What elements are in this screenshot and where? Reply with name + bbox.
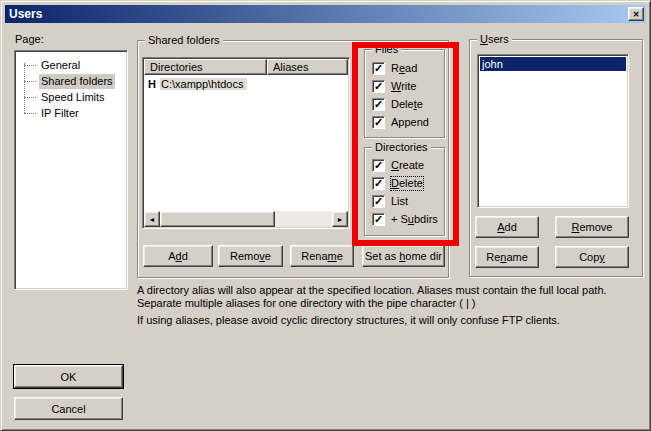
ok-button[interactable]: OK xyxy=(14,365,123,388)
checkbox-delete-files[interactable]: ✓ Delete xyxy=(372,98,423,111)
checkbox-checked-icon[interactable]: ✓ xyxy=(372,177,385,190)
sidebar-item-shared-folders[interactable]: Shared folders xyxy=(17,73,125,89)
checkbox-checked-icon[interactable]: ✓ xyxy=(372,98,385,111)
checkbox-label: Append xyxy=(391,116,429,129)
tree-stub-icon xyxy=(24,81,36,82)
copy-user-button[interactable]: Copy xyxy=(555,246,629,268)
page-label: Page: xyxy=(15,33,44,46)
users-listbox[interactable]: john xyxy=(477,54,629,208)
shared-folders-group-label: Shared folders xyxy=(145,34,223,46)
button-label: Add xyxy=(497,221,517,233)
add-folder-button[interactable]: Add xyxy=(143,245,213,267)
close-icon: ✕ xyxy=(633,10,640,19)
checkbox-delete-directories[interactable]: ✓ Delete xyxy=(372,177,423,190)
column-header-label: Aliases xyxy=(273,61,308,73)
checkbox-label: Delete xyxy=(391,98,423,111)
checkbox-label-focused: Delete xyxy=(391,177,423,190)
checkbox-subdirs[interactable]: ✓ + Subdirs xyxy=(372,213,438,226)
checkbox-read[interactable]: ✓ Read xyxy=(372,62,417,75)
checkbox-checked-icon[interactable]: ✓ xyxy=(372,80,385,93)
column-header-aliases[interactable]: Aliases xyxy=(267,59,348,75)
arrow-right-icon: ► xyxy=(337,216,344,223)
button-label: Remove xyxy=(230,250,271,262)
page-tree: General Shared folders Speed Limits IP F… xyxy=(17,53,125,287)
cancel-button[interactable]: Cancel xyxy=(14,397,123,420)
remove-user-button[interactable]: Remove xyxy=(555,216,629,238)
checkbox-list[interactable]: ✓ List xyxy=(372,195,408,208)
checkbox-write[interactable]: ✓ Write xyxy=(372,80,416,93)
column-header-directories[interactable]: Directories xyxy=(144,59,267,75)
titlebar[interactable]: Users ✕ xyxy=(5,5,646,23)
users-group-label: Users xyxy=(477,33,512,45)
button-label: Rename xyxy=(301,250,343,262)
arrow-left-icon: ◄ xyxy=(149,216,156,223)
checkbox-create[interactable]: ✓ Create xyxy=(372,159,424,172)
scroll-right-button[interactable]: ► xyxy=(332,211,348,227)
sidebar-item-ip-filter[interactable]: IP Filter xyxy=(17,105,125,121)
button-label: Set as home dir xyxy=(365,250,442,262)
users-dialog: Users ✕ Page: General Shared folders Spe… xyxy=(0,0,651,431)
checkbox-label: Create xyxy=(391,159,424,172)
directories-list[interactable]: Directories Aliases H C:\xampp\htdocs ◄ … xyxy=(142,57,350,229)
sidebar-item-speed-limits[interactable]: Speed Limits xyxy=(17,89,125,105)
sidebar-item-label: IP Filter xyxy=(39,106,81,121)
page-listbox[interactable]: General Shared folders Speed Limits IP F… xyxy=(14,50,128,290)
tree-stub-icon xyxy=(24,113,36,114)
cyclic-warning-text: If using aliases, please avoid cyclic di… xyxy=(137,314,633,327)
checkbox-label: + Subdirs xyxy=(391,213,438,226)
set-as-home-dir-button[interactable]: Set as home dir xyxy=(362,245,445,267)
remove-folder-button[interactable]: Remove xyxy=(218,245,283,267)
directories-group-label: Directories xyxy=(372,141,431,153)
horizontal-scrollbar[interactable]: ◄ ► xyxy=(144,211,348,227)
sidebar-item-label: Speed Limits xyxy=(39,90,107,105)
files-group-label: Files xyxy=(372,43,401,55)
table-row[interactable]: H C:\xampp\htdocs xyxy=(145,76,345,91)
sidebar-item-label: General xyxy=(39,58,82,73)
button-label: Remove xyxy=(572,221,613,233)
checkbox-label: List xyxy=(391,195,408,208)
directory-path-cell: C:\xampp\htdocs xyxy=(160,78,247,90)
alias-help-text: A directory alias will also appear at th… xyxy=(137,284,633,310)
close-button[interactable]: ✕ xyxy=(628,7,644,21)
rename-folder-button[interactable]: Rename xyxy=(290,245,354,267)
sidebar-item-label: Shared folders xyxy=(39,74,115,89)
sidebar-item-general[interactable]: General xyxy=(17,57,125,73)
add-user-button[interactable]: Add xyxy=(475,216,539,238)
list-item-user[interactable]: john xyxy=(480,57,626,71)
rename-user-button[interactable]: Rename xyxy=(475,246,539,268)
checkbox-checked-icon[interactable]: ✓ xyxy=(372,213,385,226)
button-label: Cancel xyxy=(51,403,85,415)
button-label: OK xyxy=(61,371,77,383)
checkbox-checked-icon[interactable]: ✓ xyxy=(372,159,385,172)
tree-stub-icon xyxy=(24,65,36,66)
checkbox-checked-icon[interactable]: ✓ xyxy=(372,62,385,75)
column-header-label: Directories xyxy=(150,61,203,73)
window-title: Users xyxy=(9,7,42,21)
checkbox-checked-icon[interactable]: ✓ xyxy=(372,116,385,129)
scrollbar-thumb[interactable] xyxy=(160,211,275,227)
checkbox-label: Read xyxy=(391,62,417,75)
button-label: Rename xyxy=(486,251,528,263)
checkbox-checked-icon[interactable]: ✓ xyxy=(372,195,385,208)
checkbox-append[interactable]: ✓ Append xyxy=(372,116,429,129)
tree-stub-icon xyxy=(24,97,36,98)
button-label: Add xyxy=(168,250,188,262)
home-marker: H xyxy=(145,78,160,90)
checkbox-label: Write xyxy=(391,80,416,93)
scroll-left-button[interactable]: ◄ xyxy=(144,211,160,227)
button-label: Copy xyxy=(579,251,605,263)
